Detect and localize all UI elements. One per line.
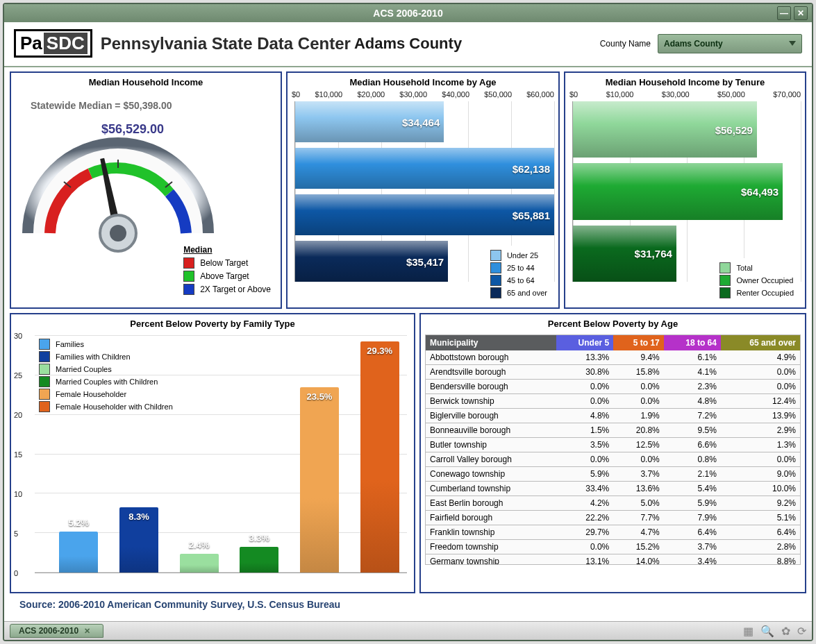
bar-married-couples: 2.4% <box>180 554 219 573</box>
gauge-chart <box>21 108 215 268</box>
brand-title: Pennsylvania State Data Center <box>101 34 351 53</box>
svg-point-5 <box>110 225 126 242</box>
bar-female-householder-with-children: 29.3% <box>360 341 399 573</box>
table-row[interactable]: Bonneauville borough1.5%20.8%9.5%2.9% <box>426 423 800 438</box>
logo: PaSDC <box>14 29 92 58</box>
table-row[interactable]: Franklin township29.7%4.7%6.4%6.4% <box>426 525 800 540</box>
col-under-5[interactable]: Under 5 <box>556 335 613 350</box>
panel-title: Percent Below Poverty by Family Type <box>11 314 414 332</box>
col-municipality[interactable]: Municipality <box>426 335 556 350</box>
panel-title: Median Household Income by Age <box>288 73 558 90</box>
sheet-tab-label: ACS 2006-2010 <box>19 626 78 636</box>
panel-median-income: Median Household Income Statewide Median… <box>10 71 282 309</box>
search-icon[interactable]: 🔍 <box>760 625 774 638</box>
panel-income-tenure: Median Household Income by Tenure $0$10,… <box>564 71 806 309</box>
panel-title: Percent Below Poverty by Age <box>421 314 805 332</box>
chevron-down-icon <box>789 41 796 46</box>
panel-title: Median Household Income by Tenure <box>565 73 805 90</box>
sheet-tab[interactable]: ACS 2006-2010 ✕ <box>10 624 103 638</box>
refresh-icon[interactable]: ⟳ <box>797 625 806 638</box>
close-icon[interactable]: ✕ <box>84 627 90 636</box>
table-row[interactable]: Freedom township0.0%15.2%3.7%2.8% <box>426 540 800 554</box>
bar-married-couples-with-children: 3.3% <box>240 547 278 573</box>
bar-renter-occupied: $31,764 <box>573 226 676 282</box>
table-row[interactable]: Cumberland township33.4%13.6%5.4%10.0% <box>426 482 800 496</box>
panel-poverty-age: Percent Below Poverty by Age Municipalit… <box>419 313 806 593</box>
chart-income-tenure: $0$10,000$30,000$50,000$70,000 $56,529$6… <box>565 90 805 307</box>
county-select-value: Adams County <box>664 39 723 49</box>
window-title: ACS 2006-2010 <box>373 8 442 19</box>
picker-label: County Name <box>600 39 651 49</box>
bar-25-to-44: $62,138 <box>295 148 554 189</box>
table-row[interactable]: Biglerville borough4.8%1.9%7.2%13.9% <box>426 409 800 423</box>
table-row[interactable]: Conewago township5.9%3.7%2.1%9.0% <box>426 467 800 482</box>
gauge-legend: Median Below Target Above Target 2X Targ… <box>183 245 271 297</box>
table-row[interactable]: East Berlin borough4.2%5.0%5.9%9.2% <box>426 496 800 511</box>
col-65-and-over[interactable]: 65 and over <box>721 335 800 350</box>
poverty-age-table: MunicipalityUnder 55 to 1718 to 6465 and… <box>426 335 800 565</box>
bar-owner-occupied: $64,493 <box>573 163 783 219</box>
chart-poverty-family: 051015202530 5.2%8.3%2.4%3.3%23.5%29.3% … <box>11 332 414 591</box>
bar-families: 5.2% <box>59 532 98 573</box>
table-row[interactable]: Butler township3.5%12.5%6.6%1.3% <box>426 438 800 452</box>
palette-icon[interactable]: ✿ <box>781 625 790 638</box>
table-row[interactable]: Abbottstown borough13.3%9.4%6.1%4.9% <box>426 350 800 365</box>
chart-income-age: $0$10,000$20,000$30,000$40,000$50,000$60… <box>288 90 558 307</box>
grid-icon[interactable]: ▦ <box>743 625 753 638</box>
gauge-legend-title: Median <box>183 245 271 255</box>
bar-45-to-64: $65,881 <box>295 194 554 235</box>
bar-under-25: $34,464 <box>295 101 444 142</box>
table-row[interactable]: Fairfield borough22.2%7.7%7.9%5.1% <box>426 511 800 525</box>
col-5-to-17[interactable]: 5 to 17 <box>613 335 663 350</box>
table-row[interactable]: Arendtsville borough30.8%15.8%4.1%0.0% <box>426 365 800 380</box>
county-title: Adams County <box>354 35 462 53</box>
table-row[interactable]: Carroll Valley borough0.0%0.0%0.8%0.0% <box>426 452 800 467</box>
table-row[interactable]: Berwick township0.0%0.0%4.8%12.4% <box>426 394 800 409</box>
bar-families-with-children: 8.3% <box>119 507 158 573</box>
status-bar: ACS 2006-2010 ✕ ▦ 🔍 ✿ ⟳ <box>4 621 812 640</box>
table-row[interactable]: Germany township13.1%14.0%3.4%8.8% <box>426 554 800 566</box>
bar-female-householder: 23.5% <box>300 387 339 573</box>
minimize-button[interactable]: — <box>777 6 791 20</box>
bar-total: $56,529 <box>573 101 757 158</box>
county-select[interactable]: Adams County <box>658 34 802 53</box>
window-titlebar: ACS 2006-2010 — ✕ <box>4 4 812 22</box>
panel-income-age: Median Household Income by Age $0$10,000… <box>286 71 560 309</box>
table-scroll[interactable]: MunicipalityUnder 55 to 1718 to 6465 and… <box>425 334 801 565</box>
close-button[interactable]: ✕ <box>794 6 808 20</box>
panel-poverty-family: Percent Below Poverty by Family Type 051… <box>10 313 415 593</box>
table-row[interactable]: Bendersville borough0.0%0.0%2.3%0.0% <box>426 380 800 394</box>
col-18-to-64[interactable]: 18 to 64 <box>664 335 721 350</box>
source-label: Source: 2006-2010 American Community Sur… <box>10 593 806 617</box>
bar-65-and-over: $35,417 <box>295 241 448 282</box>
panel-title: Median Household Income <box>11 73 281 90</box>
